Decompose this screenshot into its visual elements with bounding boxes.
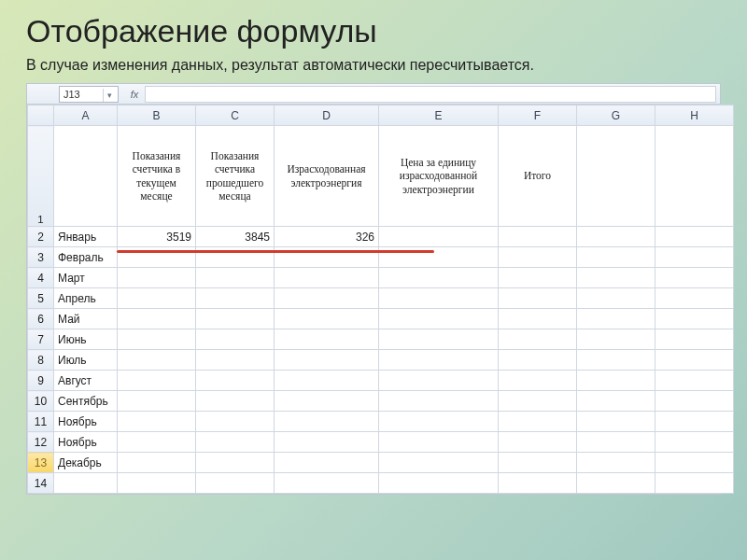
cell[interactable]	[655, 371, 734, 391]
cell[interactable]	[655, 412, 734, 432]
cell[interactable]	[655, 288, 734, 309]
cell[interactable]	[275, 247, 379, 268]
formula-input[interactable]	[145, 86, 716, 103]
row-header[interactable]: 7	[28, 329, 54, 350]
cell[interactable]	[54, 126, 118, 227]
col-header-A[interactable]: A	[54, 105, 118, 126]
cell[interactable]	[577, 329, 655, 350]
cell[interactable]	[275, 412, 379, 432]
cell[interactable]	[655, 350, 734, 371]
row-header[interactable]: 14	[28, 473, 54, 494]
cell[interactable]	[499, 329, 577, 350]
row-header[interactable]: 8	[28, 350, 54, 371]
cell[interactable]	[118, 473, 196, 494]
col-header-C[interactable]: C	[196, 105, 275, 126]
cell[interactable]: 3845	[196, 227, 275, 247]
cell[interactable]	[577, 227, 655, 247]
cell[interactable]	[379, 288, 499, 309]
spreadsheet-grid[interactable]: A B C D E F G H 1 Показания счетчика в т…	[27, 105, 734, 494]
cell[interactable]	[118, 371, 196, 391]
cell[interactable]	[499, 412, 577, 432]
cell[interactable]	[499, 247, 577, 268]
row-header[interactable]: 4	[28, 268, 54, 288]
name-box[interactable]: J13 ▾	[59, 86, 119, 103]
cell[interactable]	[196, 350, 275, 371]
cell[interactable]: Израсходованная электроэнергия	[275, 126, 379, 227]
cell[interactable]	[379, 247, 499, 268]
cell[interactable]: Цена за единицу израсходованной электроэ…	[379, 126, 499, 227]
cell[interactable]	[499, 371, 577, 391]
cell[interactable]	[655, 309, 734, 329]
row-header[interactable]: 12	[28, 432, 54, 453]
cell[interactable]	[275, 432, 379, 453]
cell[interactable]	[118, 432, 196, 453]
cell[interactable]	[275, 473, 379, 494]
cell[interactable]: Апрель	[54, 288, 118, 309]
cell[interactable]	[118, 268, 196, 288]
cell[interactable]	[655, 268, 734, 288]
cell[interactable]	[379, 412, 499, 432]
cell[interactable]	[118, 412, 196, 432]
cell[interactable]: Август	[54, 371, 118, 391]
cell[interactable]	[275, 453, 379, 473]
cell[interactable]	[196, 329, 275, 350]
cell[interactable]	[577, 371, 655, 391]
col-header-E[interactable]: E	[379, 105, 499, 126]
cell[interactable]	[379, 432, 499, 453]
cell[interactable]	[499, 432, 577, 453]
cell[interactable]	[379, 268, 499, 288]
cell[interactable]	[577, 473, 655, 494]
cell[interactable]: 3519	[118, 227, 196, 247]
cell[interactable]	[196, 309, 275, 329]
cell[interactable]	[379, 453, 499, 473]
cell[interactable]	[196, 412, 275, 432]
col-header-H[interactable]: H	[655, 105, 734, 126]
cell[interactable]	[499, 268, 577, 288]
cell[interactable]	[196, 371, 275, 391]
cell[interactable]	[379, 391, 499, 412]
cell[interactable]	[577, 391, 655, 412]
col-header-B[interactable]: B	[118, 105, 196, 126]
cell[interactable]	[379, 309, 499, 329]
cell[interactable]	[54, 473, 118, 494]
cell[interactable]: Июль	[54, 350, 118, 371]
cell[interactable]: Июнь	[54, 329, 118, 350]
cell[interactable]	[196, 268, 275, 288]
cell[interactable]	[118, 329, 196, 350]
cell[interactable]	[499, 453, 577, 473]
cell[interactable]	[655, 247, 734, 268]
row-header[interactable]: 5	[28, 288, 54, 309]
cell[interactable]: Февраль	[54, 247, 118, 268]
cell[interactable]	[499, 391, 577, 412]
fx-button[interactable]: fx	[124, 86, 145, 103]
cell[interactable]	[275, 288, 379, 309]
cell[interactable]	[499, 288, 577, 309]
cell[interactable]	[577, 247, 655, 268]
cell[interactable]	[275, 329, 379, 350]
row-header[interactable]: 13	[28, 453, 54, 473]
cell[interactable]	[379, 329, 499, 350]
cell[interactable]	[118, 288, 196, 309]
cell[interactable]	[499, 227, 577, 247]
cell[interactable]	[577, 126, 655, 227]
cell[interactable]	[499, 473, 577, 494]
cell[interactable]	[655, 126, 734, 227]
cell[interactable]: 326	[275, 227, 379, 247]
cell[interactable]	[118, 309, 196, 329]
cell[interactable]: Март	[54, 268, 118, 288]
cell[interactable]: Май	[54, 309, 118, 329]
select-all-corner[interactable]	[28, 105, 54, 126]
cell[interactable]: Ноябрь	[54, 412, 118, 432]
cell[interactable]	[196, 453, 275, 473]
col-header-G[interactable]: G	[577, 105, 655, 126]
cell[interactable]	[655, 227, 734, 247]
cell[interactable]	[118, 247, 196, 268]
cell[interactable]	[118, 350, 196, 371]
cell[interactable]	[275, 309, 379, 329]
cell[interactable]	[577, 432, 655, 453]
cell[interactable]	[196, 432, 275, 453]
row-header[interactable]: 6	[28, 309, 54, 329]
cell[interactable]	[379, 371, 499, 391]
cell[interactable]: Декабрь	[54, 453, 118, 473]
cell[interactable]	[379, 473, 499, 494]
